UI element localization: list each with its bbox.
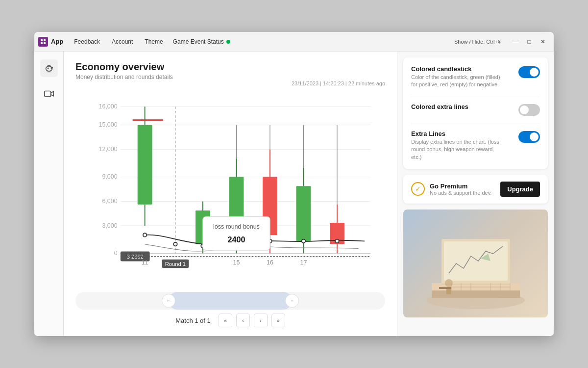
- scrollbar-handle-left[interactable]: ≡: [162, 294, 175, 308]
- game-event-status[interactable]: Game Event Status: [173, 38, 230, 45]
- svg-point-5: [48, 68, 48, 68]
- setting-extra-lines-colored-text: Colored extra lines: [411, 103, 468, 111]
- setting-extra-lines-desc: Display extra lines on the chart. (loss …: [411, 138, 504, 161]
- setting-extra-lines-colored-label: Colored extra lines: [411, 103, 468, 110]
- svg-text:16: 16: [267, 259, 273, 266]
- svg-text:6,000: 6,000: [102, 198, 117, 205]
- minimize-button[interactable]: —: [509, 35, 522, 49]
- setting-candlestick-desc: Color of the candlestick, green (filled)…: [411, 74, 504, 89]
- svg-text:15: 15: [233, 259, 240, 266]
- sidebar-video-icon[interactable]: [40, 85, 58, 103]
- setting-row-candlestick: Colored candlestick Color of the candles…: [411, 65, 540, 89]
- page-first-button[interactable]: «: [219, 314, 232, 327]
- svg-text:17: 17: [300, 259, 307, 266]
- svg-marker-66: [432, 290, 520, 298]
- settings-card: Colored candlestick Color of the candles…: [403, 57, 548, 169]
- app-title: App: [51, 38, 63, 45]
- chart-subtitle: Money distribution and rounds details: [75, 74, 385, 80]
- close-button[interactable]: ✕: [536, 35, 550, 49]
- page-next-button[interactable]: ›: [254, 314, 268, 327]
- divider-2: [411, 124, 540, 124]
- svg-point-71: [445, 279, 453, 287]
- svg-text:Round 1: Round 1: [165, 261, 186, 267]
- chart-timestamp: 23/11/2023 | 14:20:23 | 22 minutes ago: [75, 80, 385, 86]
- svg-text:9,000: 9,000: [102, 173, 117, 180]
- setting-row-extra-lines-colored: Colored extra lines: [411, 103, 540, 116]
- svg-point-46: [143, 233, 147, 237]
- chart-wrapper: 16,000 15,000 12,000 9,000 6,000 3,000 0: [75, 88, 385, 290]
- status-dot: [226, 40, 230, 44]
- svg-point-47: [173, 242, 177, 246]
- svg-rect-0: [41, 39, 43, 41]
- right-panel: Colored candlestick Color of the candles…: [397, 52, 554, 336]
- svg-text:3,000: 3,000: [102, 222, 117, 229]
- setting-candlestick-text: Colored candlestick Color of the candles…: [411, 65, 504, 89]
- premium-desc: No ads & support the dev.: [430, 190, 495, 196]
- premium-icon: ✓: [411, 182, 425, 196]
- svg-text:15,000: 15,000: [99, 121, 118, 128]
- scrollbar-handle-right[interactable]: ≡: [285, 294, 299, 308]
- page-last-button[interactable]: »: [271, 314, 285, 327]
- chart-title: Economy overview: [75, 61, 385, 73]
- premium-card: ✓ Go Premium No ads & support the dev. U…: [403, 175, 548, 204]
- show-hide-label: Show / Hide: Ctrl+¥: [454, 39, 501, 45]
- page-prev-button[interactable]: ‹: [236, 314, 250, 327]
- maximize-button[interactable]: □: [522, 35, 536, 49]
- svg-rect-62: [203, 217, 270, 251]
- premium-title: Go Premium: [430, 183, 495, 190]
- candlestick-chart: 16,000 15,000 12,000 9,000 6,000 3,000 0: [75, 88, 385, 290]
- upgrade-button[interactable]: Upgrade: [500, 182, 540, 197]
- toggle-extra-lines[interactable]: [518, 131, 540, 143]
- svg-text:loss round bonus: loss round bonus: [213, 223, 260, 230]
- toggle-extra-lines-colored[interactable]: [518, 104, 540, 116]
- menu-theme[interactable]: Theme: [143, 37, 165, 46]
- svg-rect-2: [41, 42, 43, 44]
- svg-text:11: 11: [142, 259, 148, 266]
- toggle-candlestick[interactable]: [518, 66, 540, 78]
- svg-text:0: 0: [114, 250, 118, 257]
- pagination-text: Match 1 of 1: [175, 317, 211, 324]
- svg-rect-1: [44, 39, 46, 41]
- premium-text-block: Go Premium No ads & support the dev.: [430, 183, 495, 196]
- titlebar: App Feedback Account Theme Game Event St…: [34, 32, 554, 52]
- chart-area: Economy overview Money distribution and …: [64, 52, 397, 336]
- svg-text:2400: 2400: [227, 235, 245, 244]
- chart-scrollbar[interactable]: ≡ ≡: [75, 292, 385, 310]
- svg-rect-3: [44, 42, 46, 44]
- main-content: Economy overview Money distribution and …: [34, 52, 554, 336]
- setting-row-extra-lines: Extra Lines Display extra lines on the c…: [411, 130, 540, 161]
- sidebar: [34, 52, 64, 336]
- svg-text:$ 2362: $ 2362: [127, 254, 144, 260]
- menu-account[interactable]: Account: [110, 37, 135, 46]
- svg-text:12,000: 12,000: [99, 146, 118, 153]
- svg-rect-37: [296, 186, 311, 241]
- pagination-row: Match 1 of 1 « ‹ › »: [75, 314, 385, 331]
- setting-candlestick-label: Colored candlestick: [411, 65, 504, 73]
- promo-3d-graphic: [412, 214, 539, 313]
- svg-rect-23: [138, 125, 152, 205]
- sidebar-piggy-icon[interactable]: [40, 59, 58, 77]
- svg-rect-70: [444, 241, 508, 281]
- scrollbar-thumb: [169, 292, 293, 310]
- app-icon: [38, 37, 48, 47]
- promo-image: [403, 210, 548, 317]
- setting-extra-lines-label: Extra Lines: [411, 130, 504, 137]
- app-window: App Feedback Account Theme Game Event St…: [34, 32, 554, 336]
- menu-feedback[interactable]: Feedback: [72, 37, 102, 46]
- setting-extra-lines-text: Extra Lines Display extra lines on the c…: [411, 130, 504, 161]
- divider-1: [411, 97, 540, 97]
- svg-point-51: [302, 239, 305, 243]
- svg-rect-73: [439, 287, 451, 289]
- svg-rect-6: [44, 91, 50, 97]
- svg-text:16,000: 16,000: [99, 103, 118, 110]
- svg-point-52: [335, 239, 339, 243]
